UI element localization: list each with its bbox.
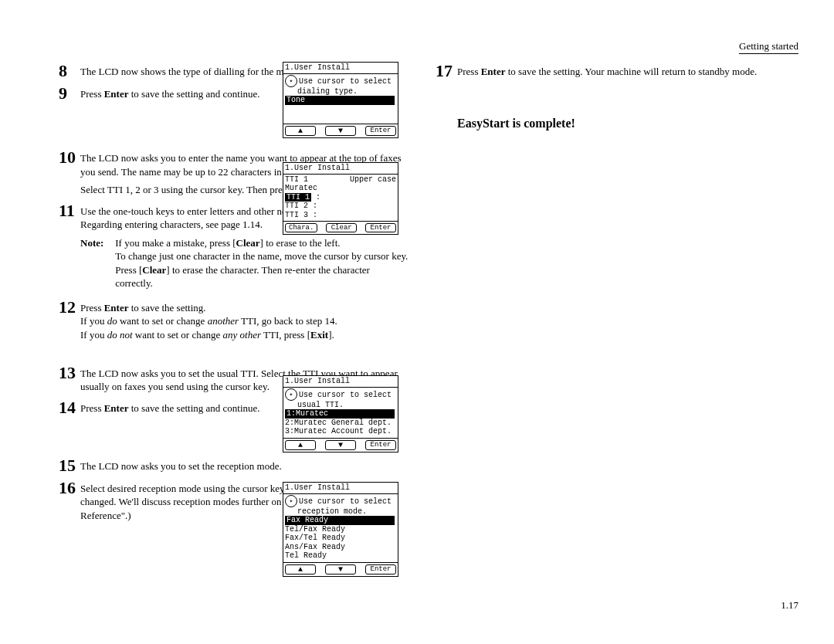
lcd-hint: dialing type.	[285, 87, 396, 97]
lcd-row: Tel/Fax Ready	[285, 525, 396, 534]
step-number: 8	[59, 62, 80, 80]
lcd-selected: Tone	[285, 96, 395, 105]
step-text: The LCD now asks you to set the receptio…	[80, 456, 414, 473]
step-text: Press Enter to save the setting.If you d…	[80, 298, 414, 342]
lcd-body: Use cursor to select usual TTI. 1:Murate…	[283, 388, 398, 438]
lcd-row: TTI 2 :	[285, 202, 396, 211]
enter-button[interactable]: Enter	[365, 126, 396, 137]
enter-button[interactable]: Enter	[365, 440, 396, 451]
step-15: 15 The LCD now asks you to set the recep…	[59, 456, 414, 474]
lcd-title: 1.User Install	[283, 163, 398, 175]
note-text: If you make a mistake, press [Clear] to …	[115, 236, 409, 290]
lcd-buttons: ▲ ▼ Enter	[283, 562, 398, 577]
chara-button[interactable]: Chara.	[285, 223, 317, 232]
step-number: 9	[59, 84, 80, 102]
cursor-icon	[285, 495, 297, 507]
step-number: 16	[59, 479, 80, 497]
step-text: Press Enter to save the setting. Your ma…	[457, 62, 798, 79]
step-number: 17	[436, 62, 457, 80]
down-button[interactable]: ▼	[325, 440, 356, 451]
cursor-icon	[285, 388, 297, 401]
lcd-hint: usual TTI.	[285, 401, 396, 410]
lcd-selected: Fax Ready	[285, 516, 395, 525]
lcd-buttons: Chara. Clear Enter	[283, 221, 398, 234]
lcd-row: Ans/Fax Ready	[285, 543, 396, 552]
lcd-body: TTI 1Upper case Muratec TTI 1 : TTI 2 : …	[283, 175, 398, 222]
lcd-dialing-type: 1.User Install Use cursor to select dial…	[283, 62, 398, 138]
lcd-hint: Use cursor to select	[299, 497, 392, 505]
lcd-reception-mode: 1.User Install Use cursor to select rece…	[283, 482, 398, 577]
lcd-row: TTI 3 :	[285, 211, 396, 220]
step-number: 14	[59, 398, 80, 416]
step-number: 15	[59, 456, 80, 474]
up-button[interactable]: ▲	[285, 564, 316, 575]
lcd-buttons: ▲ ▼ Enter	[283, 438, 398, 452]
lcd-usual-tti: 1.User Install Use cursor to select usua…	[283, 375, 398, 452]
step-number: 11	[59, 202, 80, 219]
lcd-row: TTI 1	[285, 175, 308, 184]
up-button[interactable]: ▲	[285, 126, 316, 137]
step-number: 13	[59, 364, 80, 381]
lcd-row: Upper case	[350, 175, 396, 185]
header-section: Getting started	[739, 40, 798, 54]
easystart-complete: EasyStart is complete!	[457, 117, 798, 130]
step-number: 10	[59, 148, 80, 166]
lcd-selected: TTI 1	[285, 193, 311, 202]
lcd-title: 1.User Install	[283, 483, 398, 494]
lcd-title: 1.User Install	[283, 63, 398, 74]
lcd-body: Use cursor to select dialing type. Tone	[283, 74, 398, 124]
down-button[interactable]: ▼	[325, 126, 356, 137]
enter-button[interactable]: Enter	[365, 223, 396, 232]
up-button[interactable]: ▲	[285, 440, 316, 451]
note-block: Note: If you make a mistake, press [Clea…	[80, 236, 414, 290]
step-12: 12 Press Enter to save the setting.If yo…	[59, 298, 414, 342]
lcd-row: Muratec	[285, 184, 396, 193]
lcd-row: Fax/Tel Ready	[285, 534, 396, 543]
enter-button[interactable]: Enter	[365, 564, 396, 575]
note-label: Note:	[80, 236, 113, 250]
lcd-hint: reception mode.	[285, 507, 396, 517]
lcd-row: Tel Ready	[285, 551, 396, 561]
lcd-row: 2:Muratec General dept.	[285, 419, 396, 428]
down-button[interactable]: ▼	[325, 564, 356, 575]
lcd-hint: Use cursor to select	[299, 76, 392, 85]
lcd-title: 1.User Install	[283, 376, 398, 388]
lcd-row: 3:Muratec Account dept.	[285, 427, 396, 436]
step-number: 12	[59, 298, 80, 316]
lcd-body: Use cursor to select reception mode. Fax…	[283, 494, 398, 562]
lcd-buttons: ▲ ▼ Enter	[283, 124, 398, 138]
cursor-icon	[285, 75, 297, 87]
page: Getting started 1.17 8 The LCD now shows…	[0, 0, 834, 644]
step-17: 17 Press Enter to save the setting. Your…	[436, 62, 798, 80]
lcd-selected: 1:Muratec	[285, 409, 395, 419]
right-column: 17 Press Enter to save the setting. Your…	[436, 62, 798, 130]
clear-button[interactable]: Clear	[326, 223, 357, 232]
lcd-tti-entry: 1.User Install TTI 1Upper case Muratec T…	[283, 162, 398, 235]
page-number: 1.17	[781, 599, 798, 612]
lcd-hint: Use cursor to select	[299, 390, 392, 398]
